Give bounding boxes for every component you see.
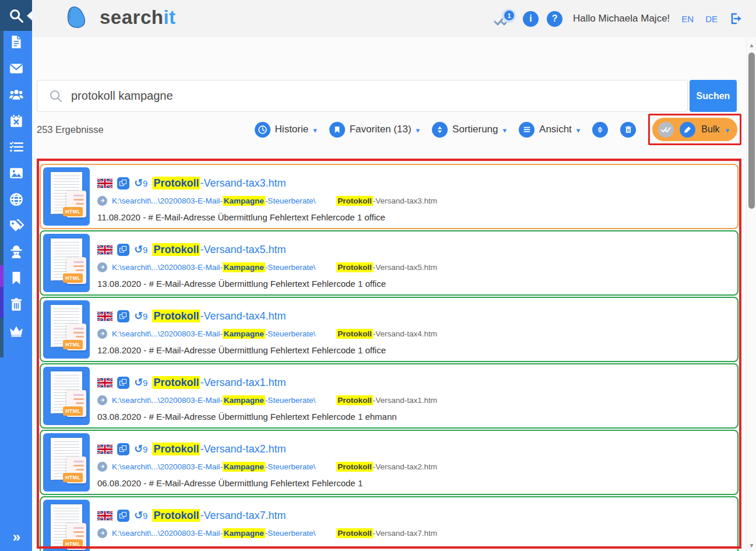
result-title-link[interactable]: Protokoll-Versand-tax3.htm — [152, 177, 286, 189]
copy-icon[interactable] — [117, 177, 129, 189]
copy-icon[interactable] — [117, 244, 129, 256]
result-snippet: 06.08.2020 - # E-Mail-Adresse Übermittlu… — [97, 478, 735, 488]
copy-icon[interactable] — [117, 443, 129, 455]
sidebar-item-trash[interactable] — [8, 296, 24, 313]
result-snippet: 11.08.2020 - # E-Mail-Adresse Übermittlu… — [97, 212, 735, 222]
version-history-link[interactable]: ↺9 — [134, 243, 147, 256]
search-submit-button[interactable]: Suchen — [690, 80, 737, 112]
version-history-link[interactable]: ↺9 — [134, 376, 147, 389]
sidebar-item-contacts[interactable] — [8, 86, 24, 103]
version-history-link[interactable]: ↺9 — [134, 509, 147, 522]
bulk-edit-button[interactable] — [680, 122, 695, 138]
bulk-selection-indicator[interactable]: 1 — [494, 9, 515, 29]
scrollbar-thumb[interactable] — [748, 52, 755, 209]
sidebar-item-bookmarks[interactable] — [8, 270, 24, 286]
search-term-highlight: Kampagne — [223, 262, 265, 272]
sidebar-item-documents[interactable] — [8, 34, 24, 50]
sidebar-collapse-button[interactable]: » — [0, 529, 32, 545]
density-toggle-button[interactable] — [592, 122, 608, 138]
brand-logo[interactable]: searchit — [66, 6, 176, 29]
copy-icon[interactable] — [117, 377, 129, 389]
copy-icon[interactable] — [117, 510, 129, 522]
uk-flag-icon — [97, 311, 112, 321]
open-path-icon[interactable] — [97, 196, 107, 206]
version-history-link[interactable]: ↺9 — [134, 310, 147, 322]
trash-icon — [9, 297, 24, 312]
user-secret-icon — [9, 244, 24, 259]
open-path-icon[interactable] — [97, 329, 107, 339]
view-dropdown[interactable]: Ansicht▾ — [519, 122, 580, 138]
sidebar-active-marker — [27, 11, 32, 20]
result-path-link[interactable]: K:\searchit\...\20200803-E-Mail-Kampagne… — [112, 462, 315, 471]
crown-icon — [9, 323, 24, 338]
logout-button[interactable] — [729, 12, 743, 26]
clear-results-button[interactable] — [620, 122, 636, 138]
search-input-icon — [49, 89, 63, 103]
result-snippet: 03.08.2020 - # E-Mail-Adresse Übermittlu… — [97, 412, 735, 422]
open-path-icon[interactable] — [97, 528, 107, 538]
result-title-link[interactable]: Protokoll-Versand-tax5.htm — [152, 244, 286, 256]
favorites-dropdown[interactable]: Favoriten (13)▾ — [329, 122, 420, 138]
uk-flag-icon — [97, 444, 112, 454]
double-check-icon — [661, 126, 671, 134]
sort-dropdown[interactable]: Sortierung▾ — [432, 122, 507, 138]
sidebar-item-images[interactable] — [8, 165, 24, 181]
result-thumbnail[interactable]: HTML — [43, 433, 90, 492]
sidebar-item-calendar[interactable] — [8, 113, 24, 129]
version-history-link[interactable]: ↺9 — [134, 443, 147, 455]
sidebar-item-web[interactable] — [8, 191, 24, 208]
result-thumbnail[interactable]: HTML — [43, 234, 90, 292]
search-term-highlight: Kampagne — [223, 528, 265, 538]
globe-icon — [9, 192, 24, 207]
user-greeting: Hallo Michaela Majce! — [573, 13, 670, 24]
search-term-highlight: Protokoll — [336, 329, 373, 339]
result-title-link[interactable]: Protokoll-Versand-tax7.htm — [152, 510, 286, 522]
uk-flag-icon — [97, 245, 112, 255]
result-title-link[interactable]: Protokoll-Versand-tax2.htm — [152, 443, 286, 455]
caret-down-icon: ▾ — [576, 126, 581, 135]
history-dropdown[interactable]: Historie▾ — [255, 122, 317, 138]
open-path-icon[interactable] — [97, 395, 107, 405]
open-path-icon[interactable] — [97, 462, 107, 472]
scroll-up-arrow[interactable]: ▲ — [747, 42, 756, 48]
search-term-highlight: Protokoll — [152, 243, 200, 256]
result-path-link[interactable]: K:\searchit\...\20200803-E-Mail-Kampagne… — [112, 196, 315, 205]
version-history-link[interactable]: ↺9 — [134, 177, 147, 189]
bulk-select-all-button[interactable] — [658, 122, 674, 138]
result-thumbnail[interactable]: HTML — [43, 367, 90, 425]
result-title-link[interactable]: Protokoll-Versand-tax1.htm — [152, 377, 286, 389]
open-path-icon[interactable] — [97, 262, 107, 272]
search-term-highlight: Protokoll — [336, 528, 373, 538]
caret-down-icon: ▾ — [416, 126, 420, 135]
help-button[interactable]: ? — [547, 11, 562, 27]
result-card: HTML ↺9 Protokoll-Versand-tax2.htm K:\se… — [40, 430, 739, 495]
scroll-down-arrow[interactable]: ▼ — [747, 542, 756, 549]
result-thumbnail[interactable]: HTML — [43, 500, 90, 551]
result-thumbnail[interactable]: HTML — [43, 167, 90, 226]
bulk-actions-control[interactable]: Bulk ▾ — [652, 118, 737, 141]
result-path-link[interactable]: K:\searchit\...\20200803-E-Mail-Kampagne… — [112, 396, 315, 405]
search-icon — [8, 8, 24, 24]
result-path-link[interactable]: K:\searchit\...\20200803-E-Mail-Kampagne… — [112, 529, 315, 538]
users-icon — [9, 87, 24, 102]
info-button[interactable]: i — [523, 11, 539, 27]
html-file-icon: HTML — [66, 324, 86, 350]
result-path-link[interactable]: K:\searchit\...\20200803-E-Mail-Kampagne… — [112, 263, 315, 272]
sidebar-item-premium[interactable] — [8, 322, 24, 339]
language-de-link[interactable]: DE — [705, 14, 718, 24]
copy-icon[interactable] — [117, 310, 129, 322]
sidebar-item-tags[interactable] — [8, 217, 24, 234]
language-en-link[interactable]: EN — [681, 14, 694, 24]
result-title-link[interactable]: Protokoll-Versand-tax4.htm — [152, 310, 286, 322]
vertical-scrollbar[interactable]: ▲ ▼ — [746, 37, 756, 551]
result-path-link[interactable]: K:\searchit\...\20200803-E-Mail-Kampagne… — [112, 329, 315, 338]
result-card: HTML ↺9 Protokoll-Versand-tax3.htm K:\se… — [40, 164, 739, 229]
sidebar-item-mail[interactable] — [8, 60, 24, 76]
sort-icon — [435, 125, 444, 134]
sidebar-item-detective[interactable] — [8, 244, 24, 260]
result-thumbnail[interactable]: HTML — [43, 300, 90, 359]
sidebar-item-tasks[interactable] — [8, 139, 24, 155]
result-filename: Protokoll-Versand-tax4.htm — [336, 329, 437, 338]
calendar-x-icon — [9, 113, 24, 128]
search-input[interactable] — [71, 89, 687, 103]
